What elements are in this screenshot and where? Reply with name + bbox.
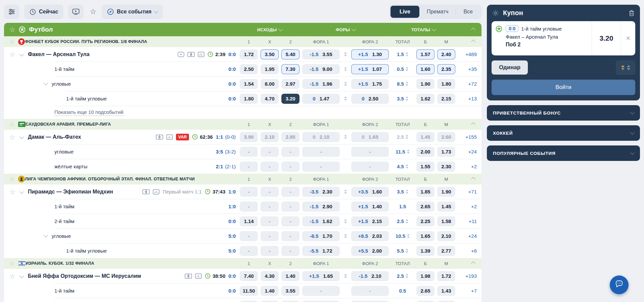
odds-cell[interactable]: 2.25 [416, 216, 434, 226]
handicaps-group-dropdown[interactable]: ФОРЫ [302, 27, 389, 32]
odds-cell[interactable]: 9.50 [240, 301, 258, 302]
more-markets-count[interactable]: +13 [458, 96, 477, 101]
more-markets-count[interactable]: +72 [458, 81, 477, 87]
odds-cell[interactable]: 2.50 [240, 64, 258, 74]
odds-cell[interactable]: - [281, 216, 300, 226]
favorite-league-star-icon[interactable] [9, 260, 15, 267]
handicap-cell[interactable]: -1.51.62 [302, 216, 340, 226]
odds-cell[interactable]: 1.90 [437, 187, 455, 197]
total-line-cell[interactable]: 4.5 [392, 164, 414, 169]
favorite-event-star-icon[interactable] [9, 188, 15, 196]
handicap-cell[interactable]: +1.51.65 [302, 271, 340, 281]
submarket-row[interactable]: 2-й тайм0:09.502.251.50+1.51.52-1.52.251… [4, 298, 481, 302]
more-markets-count[interactable]: +6 [458, 248, 477, 254]
odds-cell[interactable]: 2.25 [261, 301, 279, 302]
stepper-icon[interactable] [406, 135, 408, 139]
odds-cell[interactable]: 2.77 [437, 246, 455, 256]
submarket-row[interactable]: 1-й тайм0:02.501.957.30-1.59.00+1.51.070… [4, 62, 481, 76]
sort-odds-button[interactable] [616, 60, 635, 75]
accordion-hockey[interactable]: ХОККЕЙ [487, 125, 640, 141]
favorite-event-star-icon[interactable] [9, 133, 15, 141]
submarket-row[interactable]: 1-й тайм угловые0:01.804.703.2001.4702.5… [4, 91, 481, 106]
more-markets-count[interactable]: +11 [458, 218, 477, 224]
odds-cell[interactable]: 1.39 [416, 246, 434, 256]
favorite-sport-star-icon[interactable] [9, 26, 15, 34]
login-button[interactable]: Войти [492, 80, 635, 95]
event-row[interactable]: Бней Яффа Ортодоксим — МС Иерусалим38:50… [4, 269, 481, 283]
odds-cell[interactable]: 1.45 [416, 301, 434, 302]
gear-icon[interactable] [492, 10, 499, 16]
odds-cell[interactable]: - [302, 162, 340, 172]
total-line-cell[interactable]: 1.5 [392, 51, 414, 57]
submarket-row[interactable]: 1-й тайм0:011.501.403.55--0.52.651.43+7 [4, 284, 481, 298]
odds-cell[interactable]: 1.55 [416, 162, 434, 172]
submarket-row[interactable]: жёлтые карты2:1(2-1)-----4.51.552.30+2 [4, 159, 481, 174]
odds-cell[interactable]: - [302, 286, 340, 296]
total-line-cell[interactable]: 2.5 [392, 218, 414, 224]
odds-cell[interactable]: 1.40 [261, 286, 279, 296]
more-markets-count[interactable]: +24 [458, 233, 477, 239]
handicap-cell[interactable]: -1.59.00 [302, 64, 340, 74]
more-markets-count[interactable]: +35 [458, 66, 477, 72]
stepper-icon[interactable] [342, 52, 349, 56]
handicap-cell[interactable]: -3.52.30 [302, 187, 340, 197]
stepper-icon[interactable] [342, 82, 349, 86]
odds-cell[interactable]: - [261, 246, 279, 256]
odds-cell[interactable]: - [281, 147, 300, 157]
odds-cell[interactable]: 4.70 [261, 94, 279, 104]
odds-cell[interactable]: 1.45 [437, 202, 455, 212]
odds-cell[interactable]: - [240, 231, 258, 241]
handicap-cell[interactable]: +1.51.52 [302, 301, 340, 302]
odds-cell[interactable]: 1.45 [416, 132, 434, 142]
sport-header[interactable]: Футбол ИСХОДЫ ФОРЫ ТОТАЛЫ [4, 23, 481, 36]
submarket-row[interactable]: 1-й тайм угловые5:0----5.51.72+5.52.005.… [4, 244, 481, 258]
stepper-icon[interactable] [406, 52, 408, 56]
handicap-cell[interactable]: 01.47 [302, 94, 340, 104]
odds-cell[interactable]: 3.55 [281, 286, 300, 296]
odds-cell[interactable]: 7.30 [281, 64, 300, 74]
odds-cell[interactable]: 3.50 [261, 49, 279, 59]
total-line-cell[interactable]: 10.5 [392, 233, 414, 239]
odds-cell[interactable]: 1.95 [261, 64, 279, 74]
more-markets-count[interactable]: +2 [458, 164, 477, 169]
stepper-icon[interactable] [342, 67, 349, 71]
handicap-cell[interactable]: -8.51.70 [302, 231, 340, 241]
bet-mode-button[interactable]: Одинар [492, 60, 528, 75]
stepper-icon[interactable] [406, 82, 408, 86]
more-markets-count[interactable]: +24 [458, 149, 477, 155]
odds-cell[interactable]: 5.40 [281, 49, 300, 59]
odds-cell[interactable]: - [281, 202, 300, 212]
stepper-icon[interactable] [342, 274, 349, 278]
odds-cell[interactable]: 2.30 [437, 162, 455, 172]
more-markets-count[interactable]: +2 [458, 204, 477, 209]
odds-cell[interactable]: - [281, 187, 300, 197]
odds-cell[interactable]: 2.40 [437, 49, 455, 59]
odds-cell[interactable]: - [281, 246, 300, 256]
favorite-league-star-icon[interactable] [9, 38, 15, 45]
odds-cell[interactable]: 1.62 [416, 94, 434, 104]
broadcasts-button[interactable] [68, 4, 84, 19]
trash-icon[interactable] [629, 10, 635, 16]
odds-cell[interactable]: - [240, 202, 258, 212]
handicap-cell[interactable]: +1.51.30 [351, 49, 389, 59]
submarket-row[interactable]: угловые5:0----8.51.70+8.52.0310.51.652.1… [4, 229, 481, 243]
handicap-cell[interactable]: +8.52.03 [351, 231, 389, 241]
odds-cell[interactable]: 7.40 [240, 271, 258, 281]
collapse-league-button[interactable] [472, 260, 477, 266]
stepper-icon[interactable] [342, 219, 349, 223]
support-chat-button[interactable] [610, 275, 629, 294]
handicap-cell[interactable]: +1.52.15 [351, 216, 389, 226]
now-filter-button[interactable]: Сейчас [24, 4, 63, 19]
stepper-icon[interactable] [406, 67, 408, 71]
tab-prematch[interactable]: Прематч [419, 9, 456, 15]
collapse-league-button[interactable] [472, 176, 477, 182]
handicap-cell[interactable]: 01.65 [351, 132, 389, 142]
stepper-icon[interactable] [406, 219, 408, 223]
handicap-cell[interactable]: +3.51.60 [351, 187, 389, 197]
submarket-row[interactable]: угловые0:01.548.002.97-1.51.96+1.51.758.… [4, 77, 481, 91]
more-markets-count[interactable]: +71 [458, 189, 477, 195]
odds-cell[interactable]: 2.97 [281, 79, 300, 89]
odds-cell[interactable]: 1.57 [416, 49, 434, 59]
odds-cell[interactable]: 2.85 [281, 132, 300, 142]
show-more-link[interactable]: Показать еще 10 подсобытий [54, 109, 124, 116]
